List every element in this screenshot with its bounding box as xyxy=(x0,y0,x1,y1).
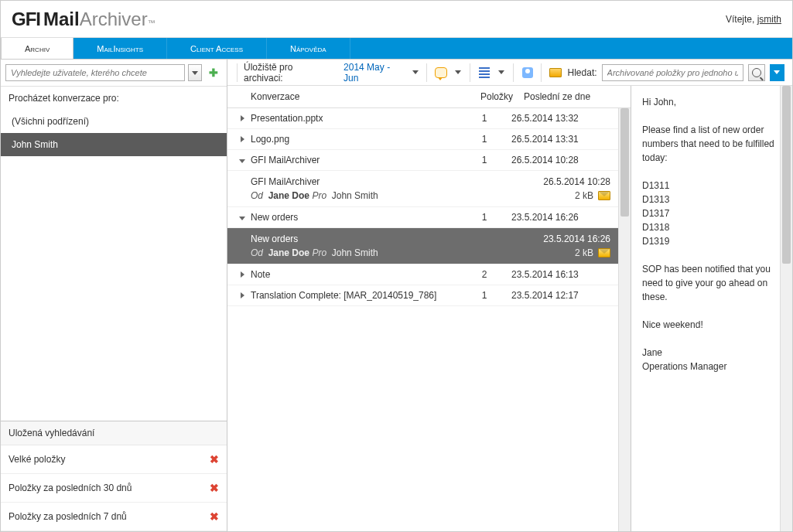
preview-scrollbar[interactable] xyxy=(780,86,792,531)
chevron-right-icon xyxy=(241,271,244,278)
scrollbar-thumb[interactable] xyxy=(782,86,791,264)
mail-icon xyxy=(598,191,610,200)
conversation-list: Konverzace Položky Poslední ze dne Prese… xyxy=(227,86,631,531)
search-label: Hledat: xyxy=(568,67,597,78)
delete-saved-search-button[interactable]: ✖ xyxy=(210,510,219,523)
preview-closing: Nice weekend! xyxy=(642,318,775,332)
conversation-row[interactable]: Note223.5.2014 16:13 xyxy=(227,264,618,285)
user-link[interactable]: jsmith xyxy=(757,14,781,25)
conversation-date: 23.5.2014 12:17 xyxy=(511,290,612,301)
chevron-right-icon xyxy=(241,115,244,121)
message-date: 23.5.2014 16:26 xyxy=(543,234,610,244)
preview-order: D1317 xyxy=(642,206,775,220)
conversation-row[interactable]: GFI MailArchiver126.5.2014 10:28 xyxy=(227,150,618,171)
message-size: 2 kB xyxy=(575,247,593,258)
preview-sig-name: Jane xyxy=(642,346,775,360)
delete-saved-search-button[interactable]: ✖ xyxy=(210,482,219,494)
chevron-down-icon xyxy=(412,70,419,74)
preview-order: D1318 xyxy=(642,220,775,234)
welcome-text: Vítejte, jsmith xyxy=(726,14,781,25)
conversation-view-button[interactable] xyxy=(433,65,448,80)
search-icon xyxy=(752,68,761,77)
tab-client-access[interactable]: Client Access xyxy=(167,38,267,59)
expand-toggle[interactable] xyxy=(234,212,251,223)
chevron-right-icon xyxy=(241,136,244,142)
saved-search-row[interactable]: Velké položky ✖ xyxy=(1,445,227,474)
saved-search-label: Položky za posledních 30 dnů xyxy=(9,483,132,493)
main-tabs: Archiv MailInsights Client Access Nápově… xyxy=(1,38,792,60)
conversation-date: 23.5.2014 16:26 xyxy=(511,212,612,223)
user-search-row: ✚ xyxy=(1,60,227,87)
message-title: New orders xyxy=(251,234,298,244)
conversation-row[interactable]: Translation Complete: [MAR_20140519_786]… xyxy=(227,285,618,306)
message-size: 2 kB xyxy=(575,190,593,201)
conversation-row[interactable]: New orders123.5.2014 16:26 xyxy=(227,207,618,228)
preview-order: D1313 xyxy=(642,193,775,206)
col-conversation[interactable]: Konverzace xyxy=(251,91,470,102)
preview-sig-title: Operations Manager xyxy=(642,360,775,373)
conversation-date: 26.5.2014 13:32 xyxy=(511,113,612,124)
tab-napoveda[interactable]: Nápověda xyxy=(267,38,350,59)
saved-search-row[interactable]: Položky za posledních 30 dnů ✖ xyxy=(1,474,227,503)
message-row[interactable]: New orders23.5.2014 16:26Od Jane Doe Pro… xyxy=(227,228,618,264)
expand-toggle[interactable] xyxy=(234,269,251,280)
browse-label: Procházet konverzace pro: xyxy=(1,87,227,110)
conversation-row[interactable]: Presentation.pptx126.5.2014 13:32 xyxy=(227,108,618,129)
preview-order: D1319 xyxy=(642,234,775,248)
saved-search-row[interactable]: Položky za posledních 7 dnů ✖ xyxy=(1,503,227,531)
saved-searches-title: Uložená vyhledávání xyxy=(1,421,227,445)
mail-button[interactable] xyxy=(548,65,562,80)
user-search-dropdown[interactable] xyxy=(188,64,202,81)
tree-item-user[interactable]: John Smith xyxy=(1,133,227,156)
saved-search-label: Velké položky xyxy=(9,454,65,465)
conversation-title: GFI MailArchiver xyxy=(251,155,457,165)
store-selector[interactable]: 2014 May - Jun xyxy=(344,62,405,84)
conversation-date: 23.5.2014 16:13 xyxy=(511,269,612,280)
expand-toggle[interactable] xyxy=(234,113,251,124)
archive-search-input[interactable] xyxy=(602,64,744,81)
toolbar: Úložiště pro archivaci: 2014 May - Jun H… xyxy=(227,60,792,86)
mail-icon xyxy=(549,68,562,77)
user-search-input[interactable] xyxy=(5,64,185,81)
header-bar: GFI MailArchiver™ Vítejte, jsmith xyxy=(1,1,792,38)
conversation-item-count: 1 xyxy=(457,212,511,223)
expand-toggle[interactable] xyxy=(234,290,251,301)
sidebar: ✚ Procházet konverzace pro: (Všichni pod… xyxy=(1,60,227,531)
main-panel: Úložiště pro archivaci: 2014 May - Jun H… xyxy=(227,60,792,531)
chevron-down-icon xyxy=(498,70,504,74)
conversation-title: New orders xyxy=(251,212,457,223)
delete-saved-search-button[interactable]: ✖ xyxy=(210,453,219,466)
expand-toggle[interactable] xyxy=(234,134,251,145)
conversation-row[interactable]: Logo.png126.5.2014 13:31 xyxy=(227,129,618,150)
tree-item-all[interactable]: (Všichni podřízení) xyxy=(1,110,227,133)
scrollbar-thumb[interactable] xyxy=(620,108,629,217)
list-scrollbar[interactable] xyxy=(618,108,631,531)
list-icon xyxy=(479,67,490,78)
conversation-item-count: 2 xyxy=(457,269,511,280)
conversation-item-count: 1 xyxy=(457,113,511,124)
conversation-item-count: 1 xyxy=(457,290,511,301)
tab-mailinsights[interactable]: MailInsights xyxy=(73,38,167,59)
message-row[interactable]: GFI MailArchiver26.5.2014 10:28Od Jane D… xyxy=(227,171,618,207)
store-dropdown[interactable] xyxy=(410,65,421,80)
list-view-dropdown[interactable] xyxy=(496,65,507,80)
chevron-down-icon xyxy=(455,70,461,74)
chevron-down-icon xyxy=(239,217,245,220)
col-date[interactable]: Poslední ze dne xyxy=(524,91,624,102)
list-view-button[interactable] xyxy=(477,65,491,80)
search-button[interactable] xyxy=(748,64,764,81)
user-button[interactable] xyxy=(520,65,535,80)
mail-icon xyxy=(598,248,610,257)
tab-archiv[interactable]: Archiv xyxy=(1,38,73,59)
conversation-view-dropdown[interactable] xyxy=(453,65,464,80)
chevron-down-icon xyxy=(239,159,245,163)
preview-intro: Please find a list of new order numbers … xyxy=(642,123,775,165)
search-dropdown[interactable] xyxy=(770,64,784,81)
conversation-item-count: 1 xyxy=(457,155,511,165)
add-user-button[interactable]: ✚ xyxy=(205,64,222,81)
preview-greeting: Hi John, xyxy=(642,95,775,109)
expand-toggle[interactable] xyxy=(234,155,251,165)
col-items[interactable]: Položky xyxy=(470,91,524,102)
bubble-icon xyxy=(435,67,447,78)
conversation-title: Translation Complete: [MAR_20140519_786] xyxy=(251,290,457,301)
